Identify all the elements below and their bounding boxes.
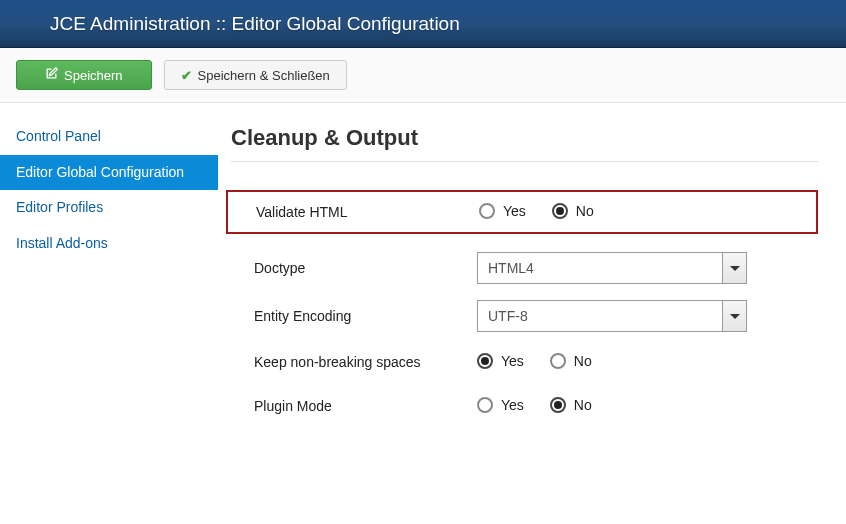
sidebar-item-label: Editor Global Configuration — [16, 164, 184, 180]
action-toolbar: Speichern ✔ Speichern & Schließen — [0, 48, 846, 103]
validate-html-radiogroup: Yes No — [479, 203, 594, 219]
radio-icon — [550, 353, 566, 369]
save-button-label: Speichern — [64, 68, 123, 83]
chevron-down-icon — [722, 253, 746, 283]
validate-html-yes-option[interactable]: Yes — [479, 203, 526, 219]
keep-nbsp-radiogroup: Yes No — [477, 353, 592, 369]
plugin-mode-radiogroup: Yes No — [477, 397, 592, 413]
radio-icon — [479, 203, 495, 219]
sidebar-item-control-panel[interactable]: Control Panel — [0, 119, 218, 155]
radio-label: No — [576, 203, 594, 219]
sidebar-nav: Control Panel Editor Global Configuratio… — [0, 119, 218, 428]
edit-icon — [45, 67, 58, 83]
save-button[interactable]: Speichern — [16, 60, 152, 90]
keep-nbsp-yes-option[interactable]: Yes — [477, 353, 524, 369]
select-value: UTF-8 — [488, 308, 528, 324]
radio-label: Yes — [503, 203, 526, 219]
sidebar-item-editor-global-config[interactable]: Editor Global Configuration — [0, 155, 218, 191]
chevron-down-icon — [722, 301, 746, 331]
validate-html-no-option[interactable]: No — [552, 203, 594, 219]
radio-label: Yes — [501, 397, 524, 413]
radio-label: Yes — [501, 353, 524, 369]
field-label: Plugin Mode — [232, 398, 477, 414]
field-plugin-mode: Plugin Mode Yes No — [226, 384, 818, 428]
doctype-select[interactable]: HTML4 — [477, 252, 747, 284]
app-header: JCE Administration :: Editor Global Conf… — [0, 0, 846, 48]
field-keep-nbsp: Keep non-breaking spaces Yes No — [226, 340, 818, 384]
page-title: JCE Administration :: Editor Global Conf… — [50, 13, 460, 35]
field-label: Validate HTML — [234, 204, 479, 220]
sidebar-item-label: Control Panel — [16, 128, 101, 144]
radio-icon — [477, 397, 493, 413]
section-title: Cleanup & Output — [231, 119, 818, 162]
field-label: Keep non-breaking spaces — [232, 354, 477, 370]
check-icon: ✔ — [181, 68, 192, 83]
entity-encoding-select[interactable]: UTF-8 — [477, 300, 747, 332]
field-label: Entity Encoding — [232, 308, 477, 324]
save-close-button[interactable]: ✔ Speichern & Schließen — [164, 60, 347, 90]
field-label: Doctype — [232, 260, 477, 276]
sidebar-item-install-addons[interactable]: Install Add-ons — [0, 226, 218, 262]
sidebar-item-label: Install Add-ons — [16, 235, 108, 251]
keep-nbsp-no-option[interactable]: No — [550, 353, 592, 369]
plugin-mode-yes-option[interactable]: Yes — [477, 397, 524, 413]
field-entity-encoding: Entity Encoding UTF-8 — [226, 292, 818, 340]
field-doctype: Doctype HTML4 — [226, 244, 818, 292]
radio-icon — [550, 397, 566, 413]
sidebar-item-label: Editor Profiles — [16, 199, 103, 215]
radio-label: No — [574, 397, 592, 413]
plugin-mode-no-option[interactable]: No — [550, 397, 592, 413]
select-value: HTML4 — [488, 260, 534, 276]
sidebar-item-editor-profiles[interactable]: Editor Profiles — [0, 190, 218, 226]
save-close-button-label: Speichern & Schließen — [198, 68, 330, 83]
field-validate-html: Validate HTML Yes No — [226, 190, 818, 234]
radio-icon — [552, 203, 568, 219]
radio-label: No — [574, 353, 592, 369]
radio-icon — [477, 353, 493, 369]
